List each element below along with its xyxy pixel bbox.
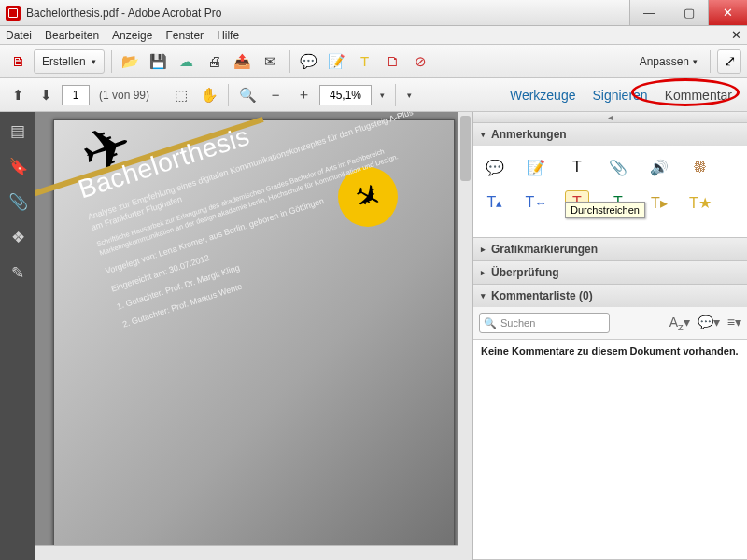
select-tool-icon[interactable]: ⬚: [169, 83, 193, 107]
create-button[interactable]: Erstellen ▾: [34, 49, 105, 74]
toolbar-primary: 🗎 Erstellen ▾ 📂 💾 ☁ 🖨 📤 ✉ 💬 📝 T 🗋 ⊘ Anpa…: [0, 45, 747, 78]
separator: [228, 84, 229, 106]
add-note-to-text-tool[interactable]: T▸: [647, 190, 671, 215]
tab-werkzeuge[interactable]: Werkzeuge: [510, 88, 576, 103]
delete-comment-icon[interactable]: ⊘: [409, 49, 433, 74]
toolbar-overflow-button[interactable]: ▾: [402, 83, 416, 107]
scroll-thumb[interactable]: [460, 116, 471, 181]
search-icon: 🔍: [484, 317, 497, 329]
mail-icon[interactable]: ✉: [259, 49, 283, 74]
record-audio-tool[interactable]: 🔊: [647, 155, 671, 179]
page-number-input[interactable]: [62, 85, 90, 105]
text-highlight-icon[interactable]: T: [353, 49, 377, 74]
zoom-value-input[interactable]: [319, 85, 372, 105]
separator: [162, 84, 162, 106]
menu-hilfe[interactable]: Hilfe: [217, 29, 239, 42]
page-down-button[interactable]: ⬇: [34, 83, 58, 107]
text-correction-markup-tool[interactable]: T★: [688, 190, 712, 215]
comment-search-input[interactable]: 🔍 Suchen: [479, 313, 610, 333]
menu-bearbeiten[interactable]: Bearbeiten: [45, 29, 99, 42]
comment-search-row: 🔍 Suchen Az▾ 💬▾ ≡▾: [473, 307, 747, 339]
anpassen-label: Anpassen: [640, 55, 689, 68]
fullscreen-button[interactable]: ⤢: [717, 49, 741, 74]
navigation-sidebar: ▤ 🔖 📎 ❖ ✎: [0, 112, 35, 560]
options-comments-button[interactable]: ≡▾: [727, 315, 741, 332]
section-ueberpruefung-header[interactable]: ▸ Überprüfung: [473, 261, 747, 284]
create-label: Erstellen: [42, 55, 86, 68]
menu-datei[interactable]: Datei: [6, 29, 32, 42]
chevron-right-icon: ▸: [481, 245, 486, 254]
panel-collapse-button[interactable]: ◂: [473, 112, 747, 123]
chevron-down-icon: ▾: [92, 57, 96, 66]
tab-signieren[interactable]: Signieren: [592, 88, 647, 103]
page-count-label: (1 von 99): [99, 89, 149, 102]
section-kommentarliste-label: Kommentarliste (0): [491, 289, 593, 302]
strikethrough-tooltip: Durchstreichen: [565, 202, 645, 218]
zoom-out-button[interactable]: −: [263, 83, 288, 107]
highlight-text-tool[interactable]: 📝: [524, 155, 548, 179]
section-grafik-header[interactable]: ▸ Grafikmarkierungen: [473, 238, 747, 260]
tab-kommentar[interactable]: Kommentar: [665, 88, 732, 103]
section-ueberpruefung-label: Überprüfung: [491, 266, 559, 279]
save-icon[interactable]: 💾: [147, 49, 171, 74]
window-titlebar: Bachelorthesis.pdf - Adobe Acrobat Pro —…: [0, 0, 747, 26]
horizontal-scrollbar[interactable]: [35, 545, 458, 560]
stamp-tool-icon[interactable]: 🗋: [381, 49, 405, 74]
section-grafik-label: Grafikmarkierungen: [491, 243, 598, 256]
menu-anzeige[interactable]: Anzeige: [112, 29, 152, 42]
zoom-dropdown-button[interactable]: ▾: [375, 83, 388, 107]
vertical-scrollbar[interactable]: [458, 112, 472, 560]
separator: [710, 50, 711, 73]
open-icon[interactable]: 📂: [119, 49, 143, 74]
attach-file-tool[interactable]: 📎: [606, 155, 630, 179]
comment-bubble-icon[interactable]: 💬: [297, 49, 321, 74]
chevron-down-icon: ▾: [481, 130, 486, 139]
separator: [289, 50, 290, 73]
sort-comments-button[interactable]: Az▾: [669, 315, 690, 332]
text-callout-tool[interactable]: T: [565, 155, 589, 179]
document-page: ✈ ✈ Bachelorthesis Analyse zur Empfehlun…: [53, 119, 455, 558]
document-viewport[interactable]: ✈ ✈ Bachelorthesis Analyse zur Empfehlun…: [35, 112, 472, 560]
zoom-marquee-icon[interactable]: 🔍: [235, 83, 260, 107]
section-annotations-header[interactable]: ▾ Anmerkungen: [473, 123, 747, 146]
separator: [111, 50, 112, 73]
section-kommentarliste-header[interactable]: ▾ Kommentarliste (0): [473, 285, 747, 307]
separator: [395, 84, 396, 106]
sticky-note-tool[interactable]: 💬: [483, 155, 507, 179]
layers-icon[interactable]: ❖: [8, 228, 27, 246]
menu-fenster[interactable]: Fenster: [165, 29, 204, 42]
toolbar-secondary: ⬆ ⬇ (1 von 99) ⬚ ✋ 🔍 − ＋ ▾ ▾ Werkzeuge S…: [0, 78, 747, 112]
print-icon[interactable]: 🖨: [203, 49, 227, 74]
window-close-button[interactable]: ✕: [708, 0, 747, 25]
window-minimize-button[interactable]: —: [629, 0, 669, 25]
window-title: Bachelorthesis.pdf - Adobe Acrobat Pro: [26, 7, 221, 20]
comment-panel: ◂ ▾ Anmerkungen 💬 📝 T 📎 🔊 🟔 T▴ T↔ T: [472, 112, 747, 560]
chevron-right-icon: ▸: [481, 268, 486, 277]
window-maximize-button[interactable]: ▢: [669, 0, 708, 25]
stamp-tool[interactable]: 🟔: [688, 155, 712, 179]
attachments-icon[interactable]: 📎: [8, 192, 27, 211]
insert-text-tool[interactable]: T▴: [483, 190, 507, 215]
no-comments-message: Keine Kommentare zu diesem Dokument vorh…: [473, 339, 747, 559]
menubar: Datei Bearbeiten Anzeige Fenster Hilfe ✕: [0, 26, 747, 45]
replace-text-tool[interactable]: T↔: [524, 190, 548, 215]
signatures-icon[interactable]: ✎: [8, 263, 27, 282]
workspace: ▤ 🔖 📎 ❖ ✎ ✈ ✈ Bachelorthesis Analyse zur…: [0, 112, 747, 560]
cloud-icon[interactable]: ☁: [175, 49, 199, 74]
search-placeholder: Suchen: [500, 317, 535, 329]
pdf-icon[interactable]: 🗎: [6, 49, 30, 74]
thumbnails-icon[interactable]: ▤: [8, 121, 27, 140]
customize-button[interactable]: Anpassen ▾: [640, 55, 698, 68]
filter-comments-button[interactable]: 💬▾: [698, 315, 720, 332]
section-annotations-label: Anmerkungen: [491, 128, 567, 141]
hand-tool-icon[interactable]: ✋: [197, 83, 221, 107]
page-up-button[interactable]: ⬆: [6, 83, 30, 107]
menubar-close-button[interactable]: ✕: [731, 28, 741, 42]
bookmarks-icon[interactable]: 🔖: [8, 157, 27, 175]
acrobat-icon: [6, 6, 21, 21]
highlight-note-icon[interactable]: 📝: [325, 49, 349, 74]
chevron-down-icon: ▾: [693, 57, 698, 66]
zoom-in-button[interactable]: ＋: [291, 83, 316, 107]
chevron-down-icon: ▾: [481, 291, 486, 301]
share-icon[interactable]: 📤: [231, 49, 255, 74]
